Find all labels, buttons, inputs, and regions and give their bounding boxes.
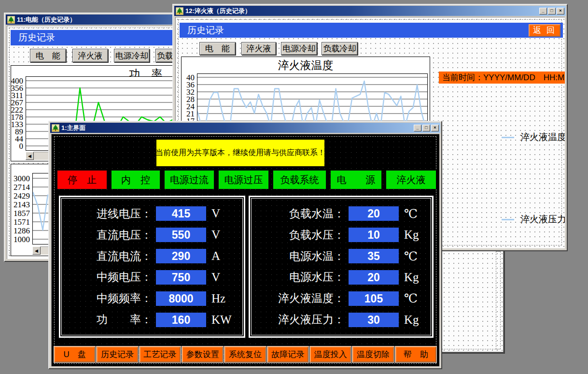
status-button-power-overcurrent[interactable]: 电源过流 [164,170,214,189]
left-arrow-icon: ◀ [28,154,31,158]
parameter-row: 功 率： 160 KW [60,312,244,327]
parameter-unit: Kg [404,228,419,242]
main-client-area: 当前使用为共享版本，继续使用请与供应商联系！ 停 止 内 控 电源过流 电源过压… [51,134,439,366]
scroll-left-button[interactable]: ◀ [26,152,34,160]
app-icon [176,7,183,15]
parameter-row: 电源水压： 20 Kg [250,270,432,285]
parameter-row: 负载水压： 10 Kg [250,228,432,243]
legend-quench-pressure: 淬火液压力 [502,213,565,226]
close-button[interactable]: × [431,125,439,131]
temperature-disable-button[interactable]: 温度切除 [352,346,393,362]
window-main: 1:主界面 _ □ × 当前使用为共享版本，继续使用请与供应商联系！ 停 止 内… [48,121,442,369]
status-button-internal-control[interactable]: 内 控 [111,170,160,189]
parameter-label: 电源水压： [250,270,345,285]
electrical-parameters-panel: 进线电压： 415 V 直流电压： 550 V 直流电流： 290 A 中频电压… [59,196,245,338]
parameter-unit: KW [211,313,232,327]
system-reset-button[interactable]: 系统复位 [224,346,266,362]
usb-button[interactable]: U 盘 [54,346,95,362]
parameter-settings-button[interactable]: 参数设置 [182,346,223,362]
parameter-label: 中频频率： [60,291,152,306]
y-axis-tick: 0 [19,142,24,151]
nav-button-load-cooling[interactable]: 负载冷却 [322,42,358,55]
parameter-row: 负载水温： 20 ℃ [250,206,432,221]
parameter-row: 直流电流： 290 A [60,249,244,264]
history-header-label: 历史记录 [187,24,224,37]
scroll-left-button[interactable]: ◀ [32,246,41,255]
parameter-label: 中频电压： [60,270,152,285]
parameter-unit: ℃ [404,207,418,221]
nav-button-energy[interactable]: 电 能 [30,49,66,62]
legend-line-temperature-icon [502,137,514,138]
nav-button-quench-liquid[interactable]: 淬火液 [72,49,108,62]
parameter-value-display: 30 [349,313,399,327]
titlebar-main[interactable]: 1:主界面 _ □ × [50,123,440,133]
window-title: 1:主界面 [61,124,86,132]
parameter-value-display: 20 [349,206,399,221]
work-area-outline [496,251,501,349]
minimize-button[interactable]: _ [414,125,421,131]
status-button-power-source[interactable]: 电 源 [330,170,382,189]
legend-quench-temperature: 淬火液温度 [502,131,565,144]
parameter-row: 中频电压： 750 V [60,270,244,285]
close-button[interactable]: × [557,8,564,14]
nav-button-energy[interactable]: 电 能 [199,42,236,55]
current-time-label: 当前时间：YYYY/MM/DD HH:MM [439,72,565,84]
parameter-value-display: 415 [156,206,206,221]
status-button-quench-liquid[interactable]: 淬火液 [386,170,436,189]
parameter-row: 淬火液温度： 105 ℃ [250,291,432,306]
parameter-unit: V [211,207,220,220]
minimize-button[interactable]: _ [539,8,547,14]
parameter-label: 淬火液温度： [250,291,345,306]
maximize-button[interactable]: □ [548,8,556,14]
window-title: 12:淬火液（历史记录） [185,7,251,15]
legend-label: 淬火液压力 [520,213,565,226]
status-button-stop[interactable]: 停 止 [57,170,107,189]
chart-title-quench-temp: 淬火液温度 [182,58,430,73]
parameter-row: 中频频率： 8000 Hz [60,291,244,306]
parameter-row: 进线电压： 415 V [60,206,244,221]
parameter-value-display: 20 [349,270,399,285]
status-button-power-overvoltage[interactable]: 电源过压 [218,170,269,189]
bottom-button-row: U 盘 历史记录 工艺记录 参数设置 系统复位 故障记录 温度投入 温度切除 帮… [54,346,436,362]
parameter-value-display: 750 [156,270,206,285]
titlebar-quench[interactable]: 12:淬火液（历史记录） _ □ × [174,6,566,16]
work-area-outline [442,348,501,349]
parameter-value-display: 105 [349,291,399,306]
parameter-unit: Kg [404,313,419,327]
back-button[interactable]: 返 回 [529,24,560,37]
nav-button-power-cooling[interactable]: 电源冷却 [281,42,317,55]
license-banner: 当前使用为共享版本，继续使用请与供应商联系！ [156,140,324,166]
cooling-parameters-panel: 负载水温： 20 ℃ 负载水压： 10 Kg 电源水温： 35 ℃ 电源水压： … [249,196,434,338]
y-axis-tick: 1000 [14,235,30,245]
parameter-label: 淬火液压力： [250,312,345,327]
help-button[interactable]: 帮 助 [395,346,436,362]
maximize-button[interactable]: □ [422,125,430,131]
temperature-enable-button[interactable]: 温度投入 [310,346,351,362]
parameter-value-display: 8000 [156,291,206,306]
parameter-unit: Hz [211,292,225,305]
parameter-label: 功 率： [60,312,152,327]
y-axis-tick: 1857 [14,209,30,218]
app-icon [7,16,15,24]
nav-button-quench-liquid[interactable]: 淬火液 [241,42,276,55]
fault-record-button[interactable]: 故障记录 [267,346,308,362]
left-arrow-icon: ◀ [35,248,38,253]
parameter-unit: ℃ [404,249,418,263]
parameter-label: 直流电压： [60,228,152,243]
parameter-value-display: 35 [349,249,399,263]
parameter-label: 直流电流： [60,249,152,264]
parameter-label: 负载水压： [250,228,345,243]
parameter-label: 负载水温： [250,206,345,221]
nav-button-power-cooling[interactable]: 电源冷却 [114,49,150,62]
history-record-button[interactable]: 历史记录 [97,346,138,362]
parameter-row: 电源水温： 35 ℃ [250,249,432,264]
status-button-load-system[interactable]: 负载系统 [273,170,326,189]
app-icon [52,124,59,132]
y-axis-tick: 1286 [14,226,30,236]
y-axis-tick: 2429 [14,191,30,201]
parameter-unit: Kg [404,271,419,284]
process-record-button[interactable]: 工艺记录 [140,346,181,362]
y-axis-tick: 2143 [14,200,30,210]
window-title: 11:电能（历史记录） [17,15,76,24]
status-button-row: 停 止 内 控 电源过流 电源过压 负载系统 电 源 淬火液 [57,170,436,189]
